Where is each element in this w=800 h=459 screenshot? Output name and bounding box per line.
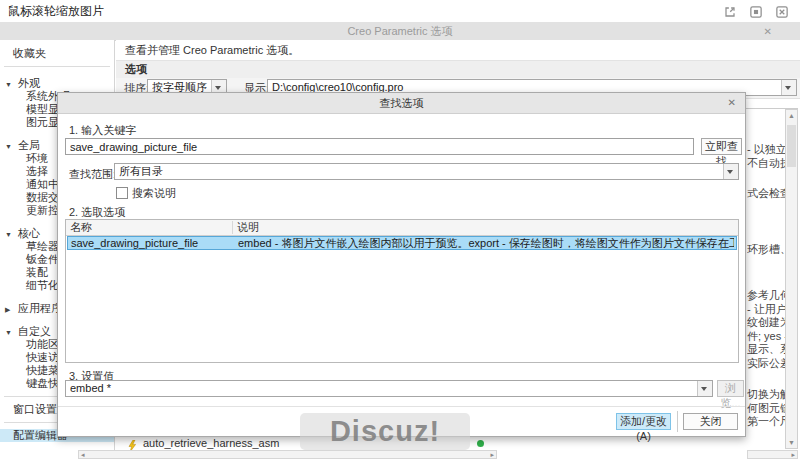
result-option-name: save_drawing_picture_file <box>71 237 198 249</box>
dialog-title: 查找选项 <box>58 93 745 113</box>
clipped-option-text: 纹创建为 <box>747 316 785 328</box>
sidebar-item-label: 细节化 <box>26 279 59 291</box>
sidebar-item-label: 草绘器 <box>26 240 59 252</box>
scroll-down-icon[interactable]: ▼ <box>786 439 797 446</box>
scroll-left-icon[interactable]: ◂ <box>81 451 85 458</box>
tree-arrow-icon[interactable]: ▶ <box>5 303 10 316</box>
clipped-option-text: 切换为解除 <box>747 388 785 400</box>
scroll-right-icon[interactable]: ▸ <box>490 451 494 458</box>
column-header-name: 名称 <box>70 220 92 235</box>
scope-combobox[interactable]: 所有目录 <box>114 163 739 180</box>
sidebar-item-label: 应用程序 <box>18 302 62 314</box>
option-name: auto_retrieve_harness_asm <box>143 437 279 450</box>
window-title: 鼠标滚轮缩放图片 <box>8 0 104 22</box>
clipped-option-text: 不自动执行” <box>747 157 785 169</box>
column-header-description: 说明 <box>237 220 259 235</box>
add-change-button[interactable]: 添加/更改(A) <box>616 413 671 430</box>
options-section-label: 选项 <box>125 61 147 78</box>
sidebar-item-label: 快速访 <box>26 351 59 363</box>
result-option-description: embed - 将图片文件嵌入绘图内部以用于预览。export - 保存绘图时，… <box>238 237 734 249</box>
clipped-option-texts: - 以独立窗 不自动执行” 式会检查显 环形槽、刀 参考几何的 - 让用户决 纹… <box>747 0 785 450</box>
results-table-header: 名称 说明 <box>66 220 738 236</box>
sidebar-item-label: 钣金件 <box>26 253 59 265</box>
sidebar-item-label: 数据交 <box>26 191 59 203</box>
sidebar-item-label: 更新控 <box>26 204 59 216</box>
clipped-option-text: 第一个尺寸 <box>747 415 785 427</box>
sidebar-item-label: 收藏夹 <box>13 47 46 59</box>
clipped-option-text: 显示、系统 <box>747 343 785 355</box>
sidebar-item-label: 通知中 <box>26 178 59 190</box>
browse-button[interactable]: 浏览... <box>717 380 744 397</box>
search-description-label: 搜索说明 <box>132 186 176 201</box>
options-description-row: 查看并管理 Creo Parametric 选项。 <box>116 40 800 61</box>
value-text: embed * <box>70 381 696 396</box>
scroll-right-icon[interactable]: ▸ <box>791 451 795 458</box>
scope-label: 查找范围: <box>69 167 116 182</box>
sidebar-item-label: 全局 <box>18 139 40 151</box>
horizontal-scrollbar-right[interactable]: ▸ <box>747 450 798 459</box>
window-titlebar: 鼠标滚轮缩放图片 <box>0 0 800 22</box>
scroll-up-icon[interactable]: ▲ <box>786 112 797 119</box>
scrollbar-thumb[interactable] <box>787 125 796 167</box>
options-window-title: Creo Parametric 选项 <box>0 22 800 40</box>
dialog-close-icon[interactable]: ✕ <box>728 97 736 109</box>
button-separator <box>677 411 678 432</box>
keyword-input[interactable] <box>65 138 694 155</box>
sidebar-item-label: 图元显 <box>26 116 59 128</box>
find-now-button[interactable]: 立即查找 <box>701 138 742 155</box>
column-divider <box>232 221 233 234</box>
dialog-titlebar: 查找选项 <box>58 93 745 114</box>
step2-label: 2. 选取选项 <box>69 205 125 220</box>
clipped-option-text: 环形槽、刀 <box>747 243 785 255</box>
clipped-option-text: - 以独立窗 <box>747 143 785 155</box>
clipped-option-text: - 让用户决 <box>747 303 785 315</box>
close-button[interactable]: 关闭 <box>683 413 738 430</box>
sidebar-item-label: 键盘快 <box>26 377 59 389</box>
clipped-option-text: 式会检查显 <box>747 187 785 199</box>
sidebar-item-label: 快捷菜 <box>26 364 59 376</box>
status-dot-green <box>477 440 484 447</box>
options-description: 查看并管理 Creo Parametric 选项。 <box>125 40 299 60</box>
creo-app-window: 鼠标滚轮缩放图片 Creo Parametric 选项 ✕ 收藏夹 <box>0 0 800 459</box>
scope-value: 所有目录 <box>119 164 722 179</box>
sidebar-item-label: 核心 <box>18 227 40 239</box>
step1-label: 1. 输入关键字 <box>69 123 136 138</box>
dialog-divider <box>58 406 745 407</box>
sidebar-item[interactable]: ▼ 外观 <box>0 77 114 90</box>
results-table: 名称 说明 save_drawing_picture_file embed - … <box>65 219 739 363</box>
horizontal-scrollbar-left[interactable]: ◂ ▸ <box>78 450 497 459</box>
sidebar-item-label: 自定义 <box>18 325 51 337</box>
sidebar-item-label: 装配 <box>26 266 48 278</box>
sidebar-item-label: 外观 <box>18 77 40 89</box>
chevron-down-icon[interactable] <box>697 381 712 396</box>
sidebar-item-label: 功能区 <box>26 338 59 350</box>
clipped-option-text: 参考几何的 <box>747 289 785 301</box>
sidebar-item-label: 模型显 <box>26 103 59 115</box>
clipped-option-text: 实际公差值 <box>747 357 785 369</box>
sidebar-item[interactable]: 收藏夹 <box>0 47 114 60</box>
sidebar-item-label: 选择 <box>26 165 48 177</box>
chevron-down-icon[interactable] <box>723 164 738 179</box>
sidebar-item-label: 窗口设置 <box>13 403 57 415</box>
open-new-window-icon[interactable] <box>722 4 738 20</box>
clipped-option-text: 件; yes - 允 <box>747 330 785 342</box>
search-description-checkbox[interactable] <box>116 187 128 199</box>
options-section-header: 选项 <box>116 61 800 79</box>
vertical-scrollbar[interactable]: ▲ ▼ <box>785 109 798 449</box>
value-combobox[interactable]: embed * <box>65 380 713 397</box>
table-row-selected[interactable]: save_drawing_picture_file embed - 将图片文件嵌… <box>67 236 737 250</box>
watermark: Discuz! <box>300 413 470 450</box>
sidebar-item[interactable] <box>4 66 110 67</box>
sidebar-item-label: 环境 <box>26 152 48 164</box>
options-window-titlebar: Creo Parametric 选项 ✕ <box>0 22 800 41</box>
find-options-dialog: 查找选项 ✕ 1. 输入关键字 立即查找 查找范围: 所有目录 搜索说明 2. … <box>57 92 746 437</box>
clipped-option-text: 何图元链接 <box>747 402 785 414</box>
